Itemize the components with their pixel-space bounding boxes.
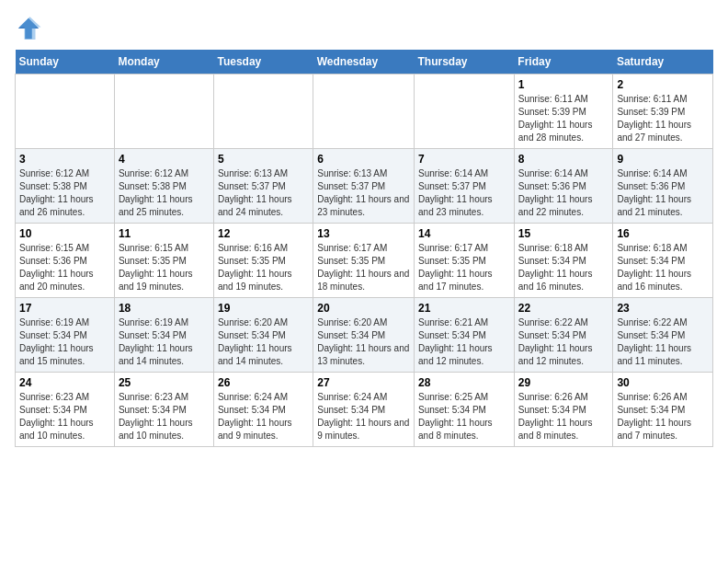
calendar-week-1: 1Sunrise: 6:11 AM Sunset: 5:39 PM Daylig… bbox=[16, 75, 713, 149]
calendar-cell: 22Sunrise: 6:22 AM Sunset: 5:34 PM Dayli… bbox=[514, 298, 613, 373]
day-number: 2 bbox=[617, 78, 709, 91]
calendar-week-3: 10Sunrise: 6:15 AM Sunset: 5:36 PM Dayli… bbox=[16, 224, 713, 298]
calendar-cell: 16Sunrise: 6:18 AM Sunset: 5:34 PM Dayli… bbox=[613, 224, 713, 298]
header-cell-monday: Monday bbox=[114, 50, 213, 75]
day-number: 17 bbox=[19, 302, 110, 315]
day-number: 6 bbox=[317, 153, 410, 166]
day-info: Sunrise: 6:20 AM Sunset: 5:34 PM Dayligh… bbox=[317, 316, 410, 368]
calendar-cell: 12Sunrise: 6:16 AM Sunset: 5:35 PM Dayli… bbox=[213, 224, 313, 298]
day-number: 30 bbox=[617, 376, 709, 389]
logo bbox=[15, 15, 44, 42]
day-info: Sunrise: 6:13 AM Sunset: 5:37 PM Dayligh… bbox=[218, 167, 309, 219]
day-info: Sunrise: 6:26 AM Sunset: 5:34 PM Dayligh… bbox=[617, 391, 709, 442]
calendar-cell: 23Sunrise: 6:22 AM Sunset: 5:34 PM Dayli… bbox=[613, 298, 713, 373]
day-info: Sunrise: 6:21 AM Sunset: 5:34 PM Dayligh… bbox=[418, 316, 510, 368]
day-info: Sunrise: 6:25 AM Sunset: 5:34 PM Dayligh… bbox=[418, 391, 510, 442]
day-number: 9 bbox=[617, 153, 709, 166]
day-info: Sunrise: 6:17 AM Sunset: 5:35 PM Dayligh… bbox=[418, 242, 510, 293]
day-number: 28 bbox=[418, 376, 510, 389]
day-number: 5 bbox=[218, 153, 309, 166]
day-info: Sunrise: 6:23 AM Sunset: 5:34 PM Dayligh… bbox=[119, 391, 210, 442]
day-number: 26 bbox=[218, 376, 309, 389]
calendar-cell: 14Sunrise: 6:17 AM Sunset: 5:35 PM Dayli… bbox=[415, 224, 515, 298]
day-info: Sunrise: 6:14 AM Sunset: 5:36 PM Dayligh… bbox=[518, 167, 609, 219]
calendar-cell: 6Sunrise: 6:13 AM Sunset: 5:37 PM Daylig… bbox=[313, 149, 415, 224]
day-number: 25 bbox=[119, 376, 210, 389]
day-info: Sunrise: 6:19 AM Sunset: 5:34 PM Dayligh… bbox=[19, 316, 110, 368]
calendar-week-4: 17Sunrise: 6:19 AM Sunset: 5:34 PM Dayli… bbox=[16, 298, 713, 373]
header-cell-tuesday: Tuesday bbox=[213, 50, 313, 75]
calendar-week-5: 24Sunrise: 6:23 AM Sunset: 5:34 PM Dayli… bbox=[16, 373, 713, 447]
calendar-cell: 21Sunrise: 6:21 AM Sunset: 5:34 PM Dayli… bbox=[415, 298, 515, 373]
day-number: 4 bbox=[119, 153, 210, 166]
header-cell-thursday: Thursday bbox=[415, 50, 515, 75]
day-number: 27 bbox=[317, 376, 410, 389]
day-number: 22 bbox=[518, 302, 609, 315]
day-number: 20 bbox=[317, 302, 410, 315]
day-info: Sunrise: 6:12 AM Sunset: 5:38 PM Dayligh… bbox=[119, 167, 210, 219]
day-number: 29 bbox=[518, 376, 609, 389]
day-number: 24 bbox=[19, 376, 110, 389]
day-number: 3 bbox=[19, 153, 110, 166]
day-number: 18 bbox=[119, 302, 210, 315]
page-header bbox=[15, 15, 713, 42]
day-info: Sunrise: 6:11 AM Sunset: 5:39 PM Dayligh… bbox=[518, 93, 609, 144]
day-info: Sunrise: 6:23 AM Sunset: 5:34 PM Dayligh… bbox=[19, 391, 110, 442]
calendar-cell: 5Sunrise: 6:13 AM Sunset: 5:37 PM Daylig… bbox=[213, 149, 313, 224]
day-number: 13 bbox=[317, 227, 410, 240]
calendar-cell: 15Sunrise: 6:18 AM Sunset: 5:34 PM Dayli… bbox=[514, 224, 613, 298]
calendar-cell: 17Sunrise: 6:19 AM Sunset: 5:34 PM Dayli… bbox=[16, 298, 115, 373]
calendar-cell: 30Sunrise: 6:26 AM Sunset: 5:34 PM Dayli… bbox=[613, 373, 713, 447]
calendar-cell: 11Sunrise: 6:15 AM Sunset: 5:35 PM Dayli… bbox=[114, 224, 213, 298]
day-number: 10 bbox=[19, 227, 110, 240]
day-info: Sunrise: 6:13 AM Sunset: 5:37 PM Dayligh… bbox=[317, 167, 410, 219]
header-cell-saturday: Saturday bbox=[613, 50, 713, 75]
day-number: 16 bbox=[617, 227, 709, 240]
calendar-table: SundayMondayTuesdayWednesdayThursdayFrid… bbox=[15, 50, 713, 447]
day-number: 8 bbox=[518, 153, 609, 166]
day-info: Sunrise: 6:16 AM Sunset: 5:35 PM Dayligh… bbox=[218, 242, 309, 293]
header-cell-wednesday: Wednesday bbox=[313, 50, 415, 75]
day-info: Sunrise: 6:18 AM Sunset: 5:34 PM Dayligh… bbox=[617, 242, 709, 293]
calendar-cell: 19Sunrise: 6:20 AM Sunset: 5:34 PM Dayli… bbox=[213, 298, 313, 373]
day-number: 15 bbox=[518, 227, 609, 240]
calendar-cell: 9Sunrise: 6:14 AM Sunset: 5:36 PM Daylig… bbox=[613, 149, 713, 224]
day-number: 21 bbox=[418, 302, 510, 315]
calendar-cell: 7Sunrise: 6:14 AM Sunset: 5:37 PM Daylig… bbox=[415, 149, 515, 224]
calendar-cell: 26Sunrise: 6:24 AM Sunset: 5:34 PM Dayli… bbox=[213, 373, 313, 447]
calendar-cell: 10Sunrise: 6:15 AM Sunset: 5:36 PM Dayli… bbox=[16, 224, 115, 298]
day-number: 23 bbox=[617, 302, 709, 315]
day-info: Sunrise: 6:14 AM Sunset: 5:37 PM Dayligh… bbox=[418, 167, 510, 219]
day-info: Sunrise: 6:19 AM Sunset: 5:34 PM Dayligh… bbox=[119, 316, 210, 368]
header-cell-friday: Friday bbox=[514, 50, 613, 75]
day-info: Sunrise: 6:17 AM Sunset: 5:35 PM Dayligh… bbox=[317, 242, 410, 293]
calendar-cell: 3Sunrise: 6:12 AM Sunset: 5:38 PM Daylig… bbox=[16, 149, 115, 224]
logo-icon bbox=[15, 15, 42, 42]
day-info: Sunrise: 6:24 AM Sunset: 5:34 PM Dayligh… bbox=[317, 391, 410, 442]
calendar-cell: 27Sunrise: 6:24 AM Sunset: 5:34 PM Dayli… bbox=[313, 373, 415, 447]
calendar-cell: 2Sunrise: 6:11 AM Sunset: 5:39 PM Daylig… bbox=[613, 75, 713, 149]
day-number: 14 bbox=[418, 227, 510, 240]
calendar-cell: 4Sunrise: 6:12 AM Sunset: 5:38 PM Daylig… bbox=[114, 149, 213, 224]
day-info: Sunrise: 6:22 AM Sunset: 5:34 PM Dayligh… bbox=[617, 316, 709, 368]
day-number: 19 bbox=[218, 302, 309, 315]
day-info: Sunrise: 6:18 AM Sunset: 5:34 PM Dayligh… bbox=[518, 242, 609, 293]
header-row: SundayMondayTuesdayWednesdayThursdayFrid… bbox=[16, 50, 713, 75]
day-number: 1 bbox=[518, 78, 609, 91]
calendar-cell bbox=[114, 75, 213, 149]
day-info: Sunrise: 6:26 AM Sunset: 5:34 PM Dayligh… bbox=[518, 391, 609, 442]
calendar-cell: 1Sunrise: 6:11 AM Sunset: 5:39 PM Daylig… bbox=[514, 75, 613, 149]
day-info: Sunrise: 6:11 AM Sunset: 5:39 PM Dayligh… bbox=[617, 93, 709, 144]
day-info: Sunrise: 6:12 AM Sunset: 5:38 PM Dayligh… bbox=[19, 167, 110, 219]
calendar-cell bbox=[415, 75, 515, 149]
calendar-cell bbox=[213, 75, 313, 149]
day-info: Sunrise: 6:15 AM Sunset: 5:36 PM Dayligh… bbox=[19, 242, 110, 293]
calendar-header: SundayMondayTuesdayWednesdayThursdayFrid… bbox=[16, 50, 713, 75]
calendar-week-2: 3Sunrise: 6:12 AM Sunset: 5:38 PM Daylig… bbox=[16, 149, 713, 224]
calendar-cell: 24Sunrise: 6:23 AM Sunset: 5:34 PM Dayli… bbox=[16, 373, 115, 447]
calendar-cell bbox=[16, 75, 115, 149]
calendar-cell bbox=[313, 75, 415, 149]
day-info: Sunrise: 6:22 AM Sunset: 5:34 PM Dayligh… bbox=[518, 316, 609, 368]
calendar-cell: 25Sunrise: 6:23 AM Sunset: 5:34 PM Dayli… bbox=[114, 373, 213, 447]
day-number: 11 bbox=[119, 227, 210, 240]
